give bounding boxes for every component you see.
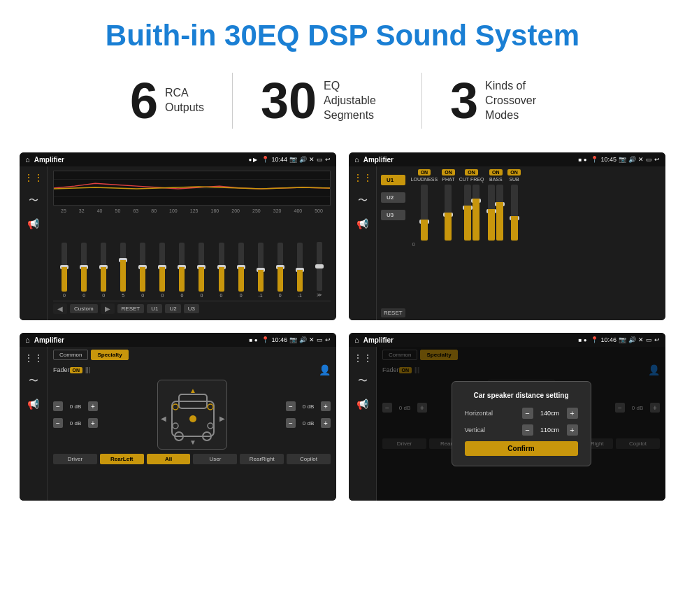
eq-sidebar-icon-3[interactable]: 📢 (27, 218, 39, 229)
fader-sidebar-icon-3[interactable]: 📢 (27, 399, 39, 410)
fader-left-bottom-plus[interactable]: + (88, 418, 98, 428)
fader-right-bottom-minus[interactable]: − (286, 418, 296, 428)
eq-slider-8[interactable]: 0 (219, 235, 224, 298)
fader-sidebar-icon-1[interactable]: ⋮⋮ (24, 352, 43, 364)
fader-right-top-plus[interactable]: + (321, 401, 331, 411)
volume-icon-2: 🔊 (628, 156, 636, 163)
eq-next-btn[interactable]: ▶ (101, 303, 115, 314)
tab-specialty[interactable]: Specialty (91, 350, 128, 360)
status-bar-3: ⌂ Amplifier ■ ● 📍 10:46 📷 🔊 ✕ ▭ ↩ (20, 333, 336, 347)
crossover-sidebar-icon-2[interactable]: 〜 (358, 194, 368, 207)
fader-settings-icon[interactable]: 👤 (319, 364, 331, 375)
status-dots-3: ■ ● (250, 337, 258, 343)
eq-custom-btn[interactable]: Custom (70, 304, 98, 313)
loudness-on[interactable]: ON (418, 169, 431, 176)
time-1: 10:44 (271, 156, 287, 163)
fader-on-toggle[interactable]: ON (70, 367, 83, 373)
fader-screenshot: ⌂ Amplifier ■ ● 📍 10:46 📷 🔊 ✕ ▭ ↩ ⋮⋮ 〜 📢 (20, 333, 336, 501)
preset-u3[interactable]: U3 (381, 210, 405, 220)
crossover-reset-btn[interactable]: RESET (381, 308, 405, 317)
eq-slider-11[interactable]: 0 (277, 235, 283, 298)
back-icon-1: ↩ (325, 156, 331, 163)
home-icon-3: ⌂ (25, 336, 30, 344)
camera-icon-2: 📷 (619, 156, 626, 163)
status-dots-1: ● ▶ (248, 157, 257, 163)
dialog-sidebar-icon-2[interactable]: 〜 (358, 375, 368, 387)
dialog-sidebar-icon-1[interactable]: ⋮⋮ (353, 352, 373, 364)
eq-prev-btn[interactable]: ◀ (53, 303, 67, 314)
svg-point-9 (173, 423, 178, 429)
eq-slider-12[interactable]: -1 (297, 235, 303, 298)
eq-slider-6[interactable]: 0 (179, 235, 185, 298)
fader-left-top-plus[interactable]: + (88, 401, 98, 411)
fader-sidebar-icon-2[interactable]: 〜 (29, 375, 38, 387)
confirm-button[interactable]: Confirm (465, 441, 578, 456)
eq-sidebar-icon-2[interactable]: 〜 (29, 194, 38, 207)
fader-right-top-minus[interactable]: − (286, 401, 296, 411)
eq-slider-1[interactable]: 0 (81, 235, 87, 298)
eq-bottom-bar: ◀ Custom ▶ RESET U1 U2 U3 (53, 301, 331, 316)
phat-on[interactable]: ON (442, 169, 455, 176)
cutfreq-slider-2[interactable] (473, 185, 480, 241)
horizontal-minus-btn[interactable]: − (522, 408, 533, 419)
tab-common[interactable]: Common (53, 350, 88, 360)
vertical-plus-btn[interactable]: + (567, 424, 578, 436)
bass-slider-1[interactable] (488, 185, 495, 241)
eq-u1-btn[interactable]: U1 (147, 304, 162, 313)
eq-sidebar-icon-1[interactable]: ⋮⋮ (24, 172, 43, 183)
stat-eq-label: EQ AdjustableSegments (324, 79, 394, 122)
vertical-minus-btn[interactable]: − (522, 424, 533, 436)
fader-header: Fader ON ||| 👤 (53, 364, 331, 375)
svg-text:▼: ▼ (189, 438, 196, 446)
fader-right-bottom-plus[interactable]: + (321, 418, 331, 428)
loudness-slider-1[interactable] (421, 185, 428, 241)
vertical-label: Vertical (465, 427, 486, 434)
fader-sidebar: ⋮⋮ 〜 📢 (20, 347, 48, 501)
eq-slider-9[interactable]: 0 (238, 235, 244, 298)
fader-left-top-minus[interactable]: − (53, 401, 63, 411)
dialog-sidebar-icon-3[interactable]: 📢 (356, 399, 368, 410)
phat-slider[interactable] (445, 185, 452, 241)
eq-slider-7[interactable]: 0 (199, 235, 204, 298)
time-2: 10:45 (600, 156, 616, 163)
eq-reset-btn[interactable]: RESET (117, 304, 145, 313)
stat-rca-label: RCAOutputs (165, 86, 204, 115)
status-dots-2: ■ ● (579, 157, 587, 163)
bass-on[interactable]: ON (489, 169, 503, 176)
eq-u2-btn[interactable]: U2 (165, 304, 180, 313)
status-bar-4: ⌂ Amplifier ■ ● 📍 10:46 📷 🔊 ✕ ▭ ↩ (349, 333, 665, 347)
fader-btn-rearleft[interactable]: RearLeft (100, 454, 144, 464)
preset-u1[interactable]: U1 (381, 175, 405, 185)
eq-slider-0[interactable]: 0 (62, 235, 67, 298)
cutfreq-slider-1[interactable] (464, 185, 471, 241)
crossover-sidebar-icon-1[interactable]: ⋮⋮ (353, 172, 373, 183)
eq-u3-btn[interactable]: U3 (184, 304, 199, 313)
fader-btn-driver[interactable]: Driver (53, 454, 97, 464)
cutfreq-on[interactable]: ON (465, 169, 478, 176)
svg-text:▶: ▶ (219, 415, 225, 422)
dialog-screen-content: ⋮⋮ 〜 📢 Common Specialty Fader ON ||| 👤 (349, 347, 665, 501)
bass-slider-2[interactable] (496, 185, 503, 241)
eq-slider-3[interactable]: 5 (120, 235, 126, 298)
fader-bottom-buttons: Driver RearLeft All User RearRight Copil… (53, 454, 331, 464)
fader-btn-user[interactable]: User (193, 454, 237, 464)
location-icon-3: 📍 (261, 336, 269, 343)
eq-slider-5[interactable]: 0 (159, 235, 165, 298)
sub-slider[interactable] (511, 185, 518, 241)
fader-btn-copilot[interactable]: Copilot (287, 454, 331, 464)
preset-u2[interactable]: U2 (381, 192, 405, 203)
fader-left-bottom-minus[interactable]: − (53, 418, 63, 428)
fader-btn-all[interactable]: All (147, 454, 191, 464)
crossover-sidebar-icon-3[interactable]: 📢 (356, 218, 368, 229)
eq-slider-2[interactable]: 0 (101, 235, 106, 298)
status-bar-1: ⌂ Amplifier ● ▶ 📍 10:44 📷 🔊 ✕ ▭ ↩ (20, 152, 336, 166)
horizontal-plus-btn[interactable]: + (567, 408, 578, 419)
svg-point-10 (208, 423, 213, 429)
eq-slider-13[interactable]: ≫ (317, 235, 322, 298)
back-icon-3: ↩ (325, 336, 331, 343)
sub-on[interactable]: ON (507, 169, 521, 176)
eq-slider-10[interactable]: -1 (258, 235, 264, 298)
eq-slider-4[interactable]: 0 (140, 235, 145, 298)
fader-bars: ||| (85, 366, 319, 373)
fader-btn-rearright[interactable]: RearRight (240, 454, 284, 464)
